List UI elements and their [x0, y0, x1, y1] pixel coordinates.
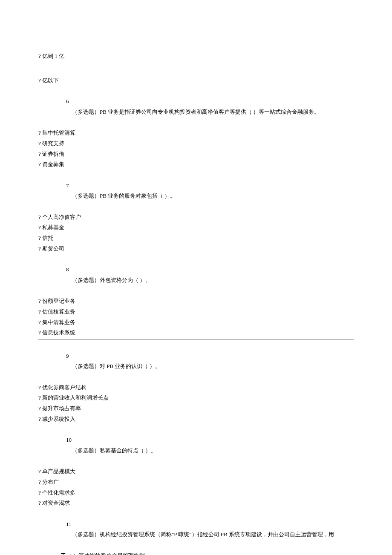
option: ? 集中托管清算: [38, 128, 354, 138]
question-tag: （多选题）: [72, 531, 100, 538]
question-tag: （多选题）: [72, 447, 100, 454]
option: ? 分布广: [38, 477, 354, 488]
question-tag: （多选题）: [72, 363, 100, 369]
option: ? 集中清算业务: [38, 317, 354, 328]
question-tag: （多选题）: [72, 277, 100, 283]
question-text: 外包资格分为（ ）。: [100, 277, 151, 283]
option: ? 证券拆借: [38, 149, 354, 160]
question-header: 11 （多选题）机构经纪投资管理系统（简称"P 晾统"）指经公司 PB 系统专项…: [38, 509, 354, 551]
option: ? 信托: [38, 233, 354, 244]
question-text: 机构经纪投资管理系统（简称"P 晾统"）指经公司 PB 系统专项建设，并由公司自…: [100, 531, 334, 538]
question-text: PB 业务是指证券公司向专业机构投资者和高净值客户等提供（ ）等一站式综合金融服…: [100, 109, 320, 115]
question-number: 7: [66, 181, 75, 191]
question-number: 6: [66, 96, 75, 107]
question-tag: （多选题）: [72, 193, 100, 199]
question-header: 8 （多选题）外包资格分为（ ）。: [38, 254, 354, 296]
question-tag: （多选题）: [72, 109, 100, 115]
question-number: 11: [66, 519, 75, 530]
option: ? 提升市场占有率: [38, 403, 354, 414]
pre-option: ? 亿到 1 亿: [38, 51, 354, 62]
option: ? 优化券商客户结构: [38, 382, 354, 393]
option: ? 资金募集: [38, 159, 354, 170]
question-header: 9 （多选题）对 PB 业务的认识（ ）。: [38, 340, 354, 382]
option: ? 份额登记业务: [38, 296, 354, 307]
option: ? 期货公司: [38, 244, 354, 254]
option: ? 新的营业收入和利润增长点: [38, 393, 354, 403]
option: ? 个人高净值客户: [38, 212, 354, 223]
question-text: PB 业务的服务对象包括（ ）。: [100, 193, 176, 199]
question-text: 私募基金的特点（ ）。: [100, 447, 156, 454]
option: ? 估值核算业务: [38, 307, 354, 317]
document-page: ? 亿到 1 亿 ? 亿以下 6 （多选题）PB 业务是指证券公司向专业机构投资…: [0, 0, 392, 555]
question-text: 对 PB 业务的认识（ ）。: [100, 363, 161, 369]
pre-option: ? 亿以下: [38, 75, 354, 86]
question-number: 10: [66, 435, 75, 446]
option: ? 对资金渴求: [38, 498, 354, 509]
option: ? 私募基金: [38, 222, 354, 233]
option: ? 单产品规模大: [38, 466, 354, 477]
question-header: 6 （多选题）PB 业务是指证券公司向专业机构投资者和高净值客户等提供（ ）等一…: [38, 86, 354, 128]
option: ? 信息技术系统: [38, 328, 354, 338]
question-header: 10 （多选题）私募基金的特点（ ）。: [38, 424, 354, 466]
option: ? 减少系统投入: [38, 414, 354, 425]
option: ? 研究支持: [38, 138, 354, 149]
question-number: 9: [66, 351, 75, 362]
question-number: 8: [66, 265, 75, 275]
question-header: 7 （多选题）PB 业务的服务对象包括（ ）。: [38, 170, 354, 212]
separator: [38, 339, 354, 339]
question-text-cont: 于（ ）等功能的客户交易管理终端。: [38, 551, 354, 555]
option: ? 个性化需求多: [38, 488, 354, 498]
